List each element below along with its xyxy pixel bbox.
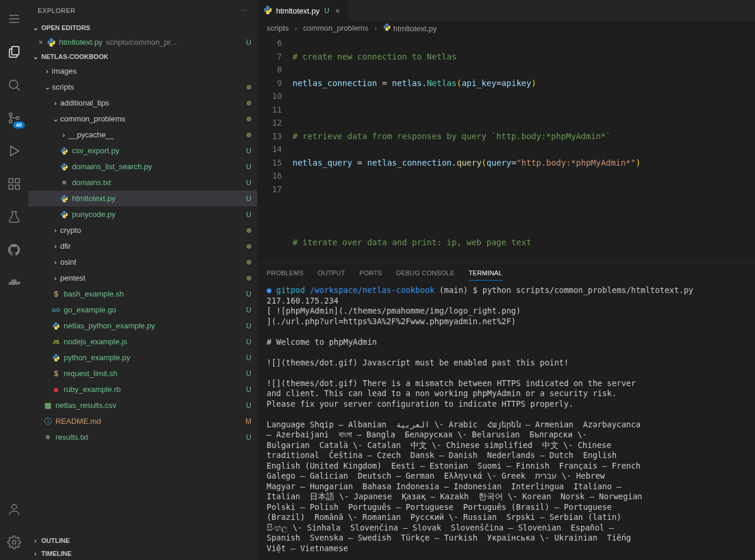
svg-rect-13 xyxy=(15,179,19,183)
editor-group: htmltotext.py U × scripts› common_proble… xyxy=(257,0,755,560)
python-icon xyxy=(51,354,61,362)
tab-output[interactable]: OUTPUT xyxy=(318,266,345,280)
open-editor-item[interactable]: × htmltotext.py scripts/common_pr... U xyxy=(28,34,257,50)
svg-rect-19 xyxy=(14,280,16,282)
open-editors-header[interactable]: ⌄OPEN EDITORS xyxy=(28,21,257,34)
python-icon xyxy=(51,322,61,330)
activity-bar: 40 xyxy=(0,0,28,560)
file-domains-txt[interactable]: ≡domains.txtU xyxy=(28,174,257,190)
extensions-icon[interactable] xyxy=(0,170,28,198)
shell-icon: $ xyxy=(51,289,61,298)
panel-tabs: PROBLEMS OUTPUT PORTS DEBUG CONSOLE TERM… xyxy=(257,263,755,283)
file-netlas-python-example[interactable]: netlas_python_example.pyU xyxy=(28,318,257,334)
folder-images[interactable]: ›images xyxy=(28,63,257,79)
file-domains-list-search[interactable]: domains_list_search.pyU xyxy=(28,159,257,174)
crumb-common-problems[interactable]: common_problems xyxy=(303,24,369,32)
tab-debug[interactable]: DEBUG CONSOLE xyxy=(396,266,455,280)
file-punycode[interactable]: punycode.pyU xyxy=(28,206,257,222)
file-bash-example[interactable]: $bash_example.shU xyxy=(28,286,257,302)
scm-badge: 40 xyxy=(13,121,25,129)
file-readme[interactable]: ⓘREADME.mdM xyxy=(28,413,257,429)
python-icon xyxy=(46,38,57,47)
folder-pycache[interactable]: ›__pycache__ xyxy=(28,127,257,143)
go-icon: GO xyxy=(51,307,61,313)
explorer-label: EXPLORER xyxy=(38,7,76,14)
timeline-header[interactable]: ›TIMELINE xyxy=(28,547,257,560)
more-icon[interactable]: ⋯ xyxy=(241,7,248,15)
tab-label: htmltotext.py xyxy=(276,6,320,15)
svg-point-20 xyxy=(12,505,17,509)
svg-marker-9 xyxy=(11,146,19,156)
explorer-icon[interactable] xyxy=(0,38,28,66)
docker-icon[interactable] xyxy=(0,269,28,297)
open-editor-name: htmltotext.py xyxy=(59,38,103,47)
folder-pentest[interactable]: ›pentest xyxy=(28,270,257,286)
file-tree: ›images ⌄scripts ›additional_tips ⌄commo… xyxy=(28,63,257,534)
term-mismatch: ![](themes/dot.gif) There is a mismatch … xyxy=(267,378,636,409)
folder-scripts[interactable]: ⌄scripts xyxy=(28,79,257,95)
ruby-icon: ◆ xyxy=(51,385,61,394)
file-request-limit[interactable]: $request_limit.shU xyxy=(28,365,257,381)
svg-rect-18 xyxy=(12,280,14,282)
outline-header[interactable]: ›OUTLINE xyxy=(28,534,257,547)
close-icon[interactable]: × xyxy=(333,6,342,15)
folder-additional-tips[interactable]: ›additional_tips xyxy=(28,95,257,111)
crumb-file[interactable]: htmltotext.py xyxy=(393,24,437,33)
settings-icon[interactable] xyxy=(0,528,28,556)
term-welcome: # Welcome to phpMyAdmin xyxy=(267,337,377,347)
debug-icon[interactable] xyxy=(0,137,28,165)
tab-problems[interactable]: PROBLEMS xyxy=(267,266,304,280)
code-editor[interactable]: 67891011121314151617 # create new connec… xyxy=(257,34,755,262)
csv-icon: ▦ xyxy=(42,401,53,410)
testing-icon[interactable] xyxy=(0,203,28,231)
svg-rect-3 xyxy=(12,47,19,55)
explorer-sidebar: EXPLORER ⋯ ⌄OPEN EDITORS × htmltotext.py… xyxy=(28,0,257,560)
github-icon[interactable] xyxy=(0,236,28,264)
file-nodejs-example[interactable]: JSnodejs_example.jsU xyxy=(28,334,257,350)
js-icon: JS xyxy=(51,339,61,345)
term-ip: 217.160.175.234 xyxy=(267,296,339,305)
tab-terminal[interactable]: TERMINAL xyxy=(468,266,502,281)
open-editor-path: scripts/common_pr... xyxy=(106,38,247,47)
term-js: ![](themes/dot.gif) Javascript must be e… xyxy=(267,358,569,367)
terminal-output[interactable]: ● gitpod /workspace/netlas-cookbook (mai… xyxy=(257,283,755,560)
tab-bar: htmltotext.py U × xyxy=(257,0,755,21)
file-ruby-example[interactable]: ◆ruby_example.rbU xyxy=(28,381,257,397)
svg-point-21 xyxy=(12,541,16,544)
folder-dfir[interactable]: ›dfir xyxy=(28,238,257,254)
close-icon[interactable]: × xyxy=(35,38,46,47)
tab-htmltotext[interactable]: htmltotext.py U × xyxy=(257,0,349,21)
line-gutter: 67891011121314151617 xyxy=(257,34,293,262)
text-icon: ≡ xyxy=(59,178,70,187)
info-icon: ⓘ xyxy=(42,416,53,427)
code-content[interactable]: # create new connection to Netlas netlas… xyxy=(293,34,755,262)
file-go-example[interactable]: GOgo_example.goU xyxy=(28,302,257,318)
sidebar-title: EXPLORER ⋯ xyxy=(28,0,257,21)
file-netlas-results[interactable]: ▦netlas_results.csvU xyxy=(28,397,257,413)
python-icon xyxy=(59,147,70,155)
file-htmltotext[interactable]: htmltotext.pyU xyxy=(28,190,257,206)
python-icon xyxy=(263,5,273,17)
folder-osint[interactable]: ›osint xyxy=(28,254,257,270)
crumb-scripts[interactable]: scripts xyxy=(267,24,289,32)
folder-common-problems[interactable]: ⌄common_problems xyxy=(28,111,257,127)
account-icon[interactable] xyxy=(0,495,28,523)
file-results-txt[interactable]: ≡results.txtU xyxy=(28,429,257,445)
file-csv-export[interactable]: csv_export.pyU xyxy=(28,143,257,159)
breadcrumb[interactable]: scripts› common_problems› htmltotext.py xyxy=(257,21,755,34)
git-dot xyxy=(247,85,251,90)
project-header[interactable]: ⌄NETLAS-COOKBOOK xyxy=(28,50,257,63)
menu-icon[interactable] xyxy=(0,5,28,33)
search-icon[interactable] xyxy=(0,71,28,99)
folder-crypto[interactable]: ›crypto xyxy=(28,222,257,238)
term-logo-line: [ ![phpMyAdmin](./themes/pmahomme/img/lo… xyxy=(267,306,521,326)
shell-icon: $ xyxy=(51,369,61,378)
python-icon xyxy=(383,23,391,31)
python-icon xyxy=(59,163,70,171)
scm-icon[interactable]: 40 xyxy=(0,104,28,132)
svg-line-5 xyxy=(17,87,19,90)
file-python-example[interactable]: python_example.pyU xyxy=(28,350,257,365)
bottom-panel: PROBLEMS OUTPUT PORTS DEBUG CONSOLE TERM… xyxy=(257,262,755,560)
tab-ports[interactable]: PORTS xyxy=(359,266,382,280)
python-icon xyxy=(59,195,70,203)
